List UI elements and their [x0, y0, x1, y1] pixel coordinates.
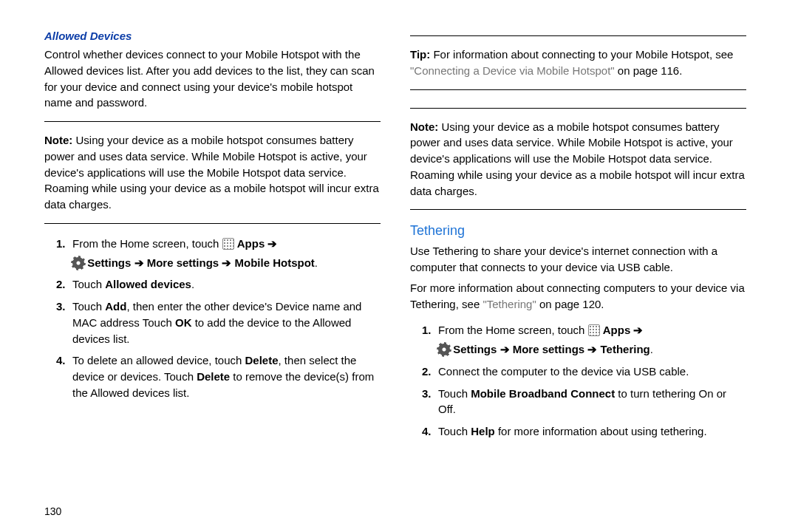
tethering-heading: Tethering	[410, 223, 746, 239]
right-column: Tip: For information about connecting to…	[403, 30, 768, 517]
apps-grid-icon	[222, 238, 234, 250]
tethering-ref: "Tethering"	[482, 298, 536, 310]
tip-label: Tip:	[410, 48, 430, 61]
note-label: Note:	[44, 134, 72, 146]
step-4: To delete an allowed device, touch Delet…	[72, 352, 381, 400]
gear-icon	[438, 344, 450, 355]
step-1: From the Home screen, touch Apps ➔ Setti…	[72, 236, 381, 271]
tethering-moreinfo: For more information about connecting co…	[410, 280, 746, 313]
left-column: Allowed Devices Control whether devices …	[44, 30, 403, 517]
divider	[44, 223, 381, 224]
step-3: Touch Mobile Broadband Connect to turn t…	[438, 386, 746, 418]
manual-page: Allowed Devices Control whether devices …	[0, 0, 798, 532]
divider	[410, 209, 746, 210]
note-body: Using your device as a mobile hotspot co…	[410, 120, 745, 197]
gear-icon	[72, 257, 84, 269]
tip-ref: "Connecting a Device via Mobile Hotspot"	[410, 64, 615, 77]
settings-path: Settings ➔ More settings ➔ Tethering	[453, 343, 650, 355]
apps-grid-icon	[588, 324, 600, 336]
tethering-intro: Use Tethering to share your device's int…	[410, 243, 746, 276]
note-block: Note: Using your device as a mobile hots…	[410, 115, 746, 204]
note-label: Note:	[410, 120, 438, 133]
note-block: Note: Using your device as a mobile hots…	[44, 128, 381, 217]
divider	[410, 35, 746, 36]
divider	[410, 89, 746, 90]
step-3: Touch Add, then enter the other device's…	[72, 299, 381, 347]
divider	[44, 121, 381, 122]
step-2: Connect the computer to the device via U…	[438, 364, 746, 380]
steps-list: From the Home screen, touch Apps ➔ Setti…	[410, 322, 746, 446]
divider	[410, 108, 746, 109]
steps-list: From the Home screen, touch Apps ➔ Setti…	[44, 236, 381, 407]
step-4: Touch Help for more information about us…	[438, 423, 746, 440]
note-body: Using your device as a mobile hotspot co…	[44, 134, 379, 211]
allowed-devices-heading: Allowed Devices	[44, 30, 381, 42]
intro-text: Control whether devices connect to your …	[44, 47, 381, 111]
settings-path: Settings ➔ More settings ➔ Mobile Hotspo…	[87, 256, 315, 269]
page-number: 130	[44, 505, 61, 517]
tip-block: Tip: For information about connecting to…	[410, 42, 746, 83]
step-2: Touch Allowed devices.	[72, 276, 381, 293]
step-1: From the Home screen, touch Apps ➔ Setti…	[438, 322, 746, 358]
